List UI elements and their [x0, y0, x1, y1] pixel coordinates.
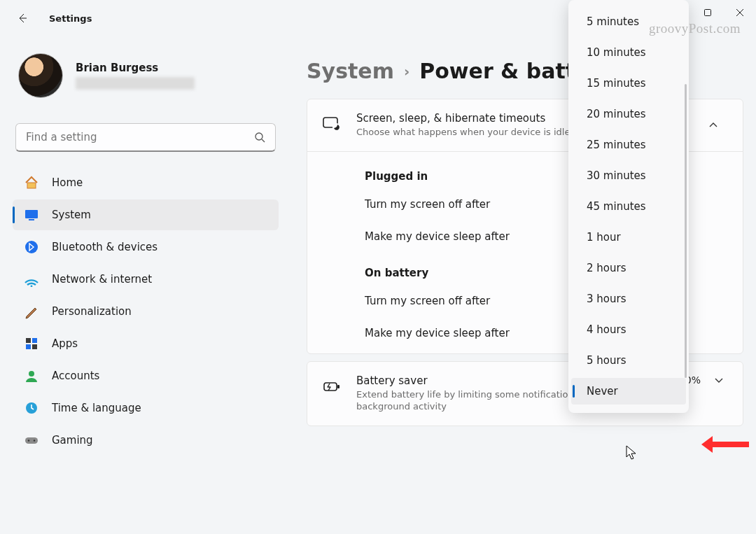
svg-rect-10	[32, 344, 37, 349]
svg-rect-4	[29, 219, 34, 220]
dropdown-option[interactable]: 30 minutes	[571, 162, 686, 189]
svg-rect-3	[25, 210, 38, 218]
accounts-icon	[24, 368, 39, 384]
time-icon	[24, 400, 39, 416]
svg-rect-19	[337, 385, 340, 388]
chevron-right-icon: ›	[404, 63, 410, 80]
svg-rect-9	[26, 344, 31, 349]
nav-item-label: Apps	[52, 337, 78, 350]
nav-item-system[interactable]: System	[13, 199, 279, 230]
mouse-cursor-icon	[626, 445, 638, 463]
dropdown-option[interactable]: 10 minutes	[571, 39, 686, 66]
app-title: Settings	[49, 13, 92, 24]
svg-rect-7	[26, 338, 31, 343]
search-box[interactable]	[15, 123, 276, 152]
svg-rect-0	[705, 10, 711, 16]
dropdown-option[interactable]: 20 minutes	[571, 101, 686, 127]
dropdown-option[interactable]: 3 hours	[571, 286, 686, 312]
nav-item-label: Personalization	[52, 305, 132, 318]
nav-list: HomeSystemBluetooth & devicesNetwork & i…	[13, 167, 279, 456]
nav-item-label: Time & language	[52, 402, 141, 414]
personalization-icon	[24, 304, 39, 319]
annotation-arrow-icon	[700, 434, 749, 458]
svg-rect-8	[32, 338, 37, 343]
dropdown-option[interactable]: 15 minutes	[571, 70, 686, 97]
nav-item-label: Home	[52, 176, 83, 189]
chevron-up-icon[interactable]	[699, 120, 727, 130]
nav-item-label: Bluetooth & devices	[52, 241, 158, 253]
nav-item-accounts[interactable]: Accounts	[13, 360, 279, 391]
chevron-down-icon[interactable]	[710, 375, 727, 385]
dropdown-option[interactable]: 45 minutes	[571, 193, 686, 220]
display-sleep-icon	[323, 115, 341, 133]
nav-item-label: Gaming	[52, 434, 93, 447]
dropdown-option[interactable]: 2 hours	[571, 255, 686, 281]
dropdown-option[interactable]: 25 minutes	[571, 132, 686, 158]
svg-point-5	[25, 241, 38, 253]
dropdown-option[interactable]: 5 hours	[571, 347, 686, 374]
nav-item-label: System	[52, 209, 91, 221]
user-name: Brian Burgess	[76, 62, 195, 74]
user-email-redacted	[76, 77, 195, 90]
home-icon	[24, 175, 39, 190]
nav-item-home[interactable]: Home	[13, 167, 279, 198]
back-button[interactable]	[4, 0, 41, 36]
gaming-icon	[24, 433, 39, 448]
apps-icon	[24, 336, 39, 351]
dropdown-option[interactable]: 1 hour	[571, 224, 686, 251]
watermark-text: groovyPost.com	[649, 21, 741, 36]
svg-point-11	[29, 371, 34, 377]
breadcrumb-parent[interactable]: System	[307, 59, 394, 83]
nav-item-gaming[interactable]: Gaming	[13, 425, 279, 456]
nav-item-apps[interactable]: Apps	[13, 328, 279, 359]
svg-point-1	[255, 133, 262, 140]
avatar	[18, 53, 63, 98]
svg-rect-2	[27, 183, 36, 188]
svg-point-14	[28, 440, 29, 441]
user-profile[interactable]: Brian Burgess	[13, 49, 279, 111]
bluetooth-icon	[24, 239, 39, 255]
battery-saver-icon	[323, 377, 341, 395]
dropdown-option[interactable]: Never	[571, 378, 686, 405]
nav-item-personalization[interactable]: Personalization	[13, 296, 279, 327]
nav-item-label: Accounts	[52, 370, 99, 382]
sidebar: Brian Burgess HomeSystemBluetooth & devi…	[13, 49, 279, 456]
svg-rect-13	[25, 437, 38, 444]
dropdown-option[interactable]: 4 hours	[571, 316, 686, 343]
nav-item-bluetooth[interactable]: Bluetooth & devices	[13, 232, 279, 262]
search-icon	[254, 132, 265, 143]
svg-point-15	[34, 440, 35, 441]
system-icon	[24, 207, 39, 223]
nav-item-time[interactable]: Time & language	[13, 393, 279, 423]
timeout-dropdown[interactable]: 5 minutes10 minutes15 minutes20 minutes2…	[568, 0, 689, 413]
search-input[interactable]	[26, 131, 254, 143]
nav-item-label: Network & internet	[52, 273, 152, 286]
svg-point-6	[31, 286, 33, 287]
network-icon	[24, 272, 39, 287]
nav-item-network[interactable]: Network & internet	[13, 264, 279, 295]
